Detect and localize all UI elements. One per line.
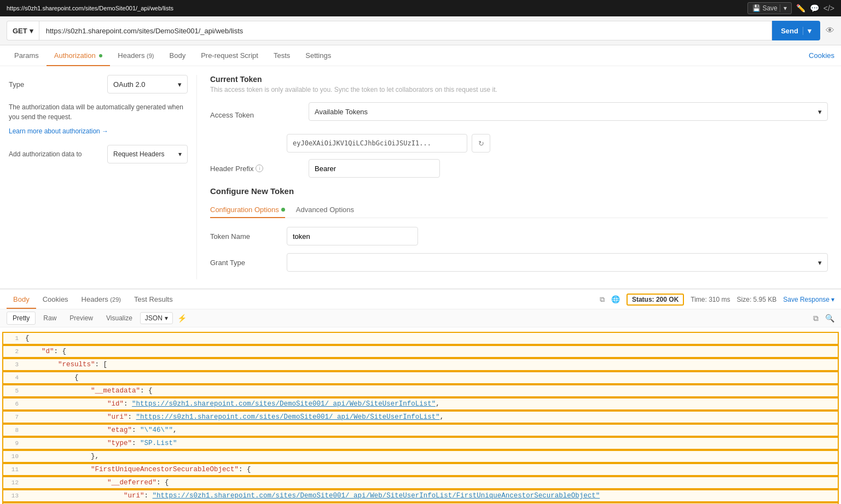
line-number-4: 4: [3, 372, 25, 383]
code-tab-visualize[interactable]: Visualize: [101, 312, 138, 324]
add-data-dropdown-icon: ▾: [178, 150, 182, 158]
method-select[interactable]: GET ▾: [7, 21, 39, 40]
line-number-3: 3: [3, 359, 25, 370]
line-content-6: "id": "https://s0zh1.sharepoint.com/site…: [25, 398, 838, 409]
auth-link[interactable]: Learn more about authorization →: [9, 126, 188, 136]
save-dropdown-icon[interactable]: ▾: [780, 4, 787, 12]
line-number-8: 8: [3, 425, 25, 436]
copy-icon[interactable]: ⧉: [600, 295, 605, 304]
type-value: OAuth 2.0: [113, 80, 146, 89]
response-tabs-row: Body Cookies Headers (29) Test Results ⧉…: [0, 290, 841, 309]
comment-icon[interactable]: 💬: [810, 4, 819, 13]
line-number-2: 2: [3, 346, 25, 357]
env-icon-2[interactable]: 🌐: [611, 295, 620, 303]
method-dropdown-icon: ▾: [30, 27, 33, 35]
header-prefix-input[interactable]: [309, 159, 440, 178]
line-number-6: 6: [3, 398, 25, 409]
tab-tests[interactable]: Tests: [266, 46, 298, 66]
send-button[interactable]: Send ▾: [772, 21, 820, 40]
available-tokens-label: Available Tokens: [315, 108, 368, 116]
header-prefix-text: Header Prefix: [210, 165, 253, 173]
add-data-select[interactable]: Request Headers ▾: [107, 145, 188, 163]
auth-note-text: The authorization data will be automatic…: [9, 102, 188, 122]
code-tab-preview[interactable]: Preview: [64, 312, 98, 324]
line-number-5: 5: [3, 385, 25, 396]
send-dropdown-icon[interactable]: ▾: [803, 27, 811, 35]
line-content-9: "type": "SP.List": [25, 438, 838, 449]
filter-icon[interactable]: ⚡: [177, 314, 187, 323]
token-name-input[interactable]: [287, 227, 418, 245]
table-row: 2 "d": {: [2, 345, 839, 358]
access-token-label: Access Token: [210, 111, 309, 119]
url-input[interactable]: [39, 21, 772, 40]
cookies-link[interactable]: Cookies: [809, 51, 834, 60]
method-label: GET: [13, 27, 27, 35]
search-code-icon[interactable]: 🔍: [825, 314, 834, 323]
tab-body[interactable]: Body: [162, 46, 194, 66]
add-data-field-row: Add authorization data to Request Header…: [9, 145, 188, 163]
add-data-value: Request Headers: [113, 150, 164, 158]
url-bar: GET ▾ Send ▾ 👁: [0, 16, 841, 45]
save-response-button[interactable]: Save Response ▾: [783, 296, 834, 303]
resp-headers-badge: (29): [110, 296, 121, 303]
config-tab-options-label: Configuration Options: [210, 206, 279, 214]
line-content-13: "uri": "https://s0zh1.sharepoint.com/sit…: [25, 490, 838, 501]
save-response-label: Save Response: [783, 296, 830, 303]
add-data-label: Add authorization data to: [9, 150, 107, 158]
format-label: JSON: [145, 314, 163, 322]
header-prefix-row: Header Prefix i: [210, 159, 828, 178]
configure-title: Configure New Token: [210, 186, 828, 196]
grant-type-dropdown[interactable]: ▾: [287, 253, 828, 272]
save-label: 💾 Save: [752, 4, 778, 12]
tab-params[interactable]: Params: [7, 46, 47, 66]
access-token-field-row: Access Token Available Tokens ▾: [210, 102, 828, 127]
environment-icon[interactable]: 👁: [826, 26, 834, 36]
resp-tab-cookies[interactable]: Cookies: [36, 291, 75, 309]
config-tabs: Configuration Options Advanced Options: [210, 202, 828, 218]
line-number-10: 10: [3, 451, 25, 462]
tab-settings[interactable]: Settings: [298, 46, 339, 66]
configure-token-section: Configure New Token Configuration Option…: [210, 186, 828, 272]
type-dropdown-icon: ▾: [178, 80, 182, 89]
config-tab-advanced[interactable]: Advanced Options: [296, 202, 354, 218]
code-area[interactable]: 1 { 2 "d": { 3 "results": [ 4 { 5 "__met…: [0, 327, 841, 504]
auth-tab-dot: [99, 54, 102, 57]
header-prefix-info-icon[interactable]: i: [256, 165, 263, 172]
resp-tab-body[interactable]: Body: [7, 291, 36, 309]
format-dropdown-icon: ▾: [165, 314, 168, 322]
token-refresh-button[interactable]: ↻: [472, 134, 490, 153]
tab-pre-request[interactable]: Pre-request Script: [193, 46, 266, 66]
config-tab-options[interactable]: Configuration Options: [210, 202, 285, 218]
save-icon[interactable]: 💾 Save ▾: [747, 2, 792, 14]
grant-type-dropdown-icon: ▾: [818, 259, 822, 267]
format-select[interactable]: JSON ▾: [140, 312, 173, 324]
type-select[interactable]: OAuth 2.0 ▾: [107, 75, 188, 93]
send-label: Send: [781, 27, 798, 35]
token-note: This access token is only available to y…: [210, 86, 828, 93]
table-row: 10 },: [2, 450, 839, 463]
line-content-8: "etag": "\"46\"",: [25, 425, 838, 436]
code-tab-raw[interactable]: Raw: [38, 312, 62, 324]
code-icon[interactable]: </>: [823, 4, 834, 13]
line-content-4: {: [25, 372, 838, 383]
table-row: 13 "uri": "https://s0zh1.sharepoint.com/…: [2, 489, 839, 502]
table-row: 7 "uri": "https://s0zh1.sharepoint.com/s…: [2, 411, 839, 424]
table-row: 5 "__metadata": {: [2, 384, 839, 397]
config-tab-advanced-label: Advanced Options: [296, 206, 354, 214]
tab-authorization[interactable]: Authorization: [47, 46, 111, 66]
available-tokens-dropdown[interactable]: Available Tokens ▾: [309, 102, 828, 121]
line-content-10: },: [25, 451, 838, 462]
save-response-dropdown-icon: ▾: [831, 296, 834, 303]
status-badge: Status: 200 OK: [627, 294, 684, 306]
line-number-11: 11: [3, 464, 25, 475]
resp-tab-headers[interactable]: Headers (29): [75, 291, 127, 309]
line-content-3: "results": [: [25, 359, 838, 370]
resp-tab-test-results[interactable]: Test Results: [127, 291, 179, 309]
token-name-row: Token Name: [210, 227, 828, 245]
edit-icon[interactable]: ✏️: [796, 4, 805, 13]
copy-code-icon[interactable]: ⧉: [813, 314, 819, 323]
code-tab-pretty[interactable]: Pretty: [7, 312, 36, 325]
table-row: 3 "results": [: [2, 358, 839, 371]
current-token-section: Current Token This access token is only …: [210, 75, 828, 178]
tab-headers[interactable]: Headers (9): [110, 46, 161, 66]
